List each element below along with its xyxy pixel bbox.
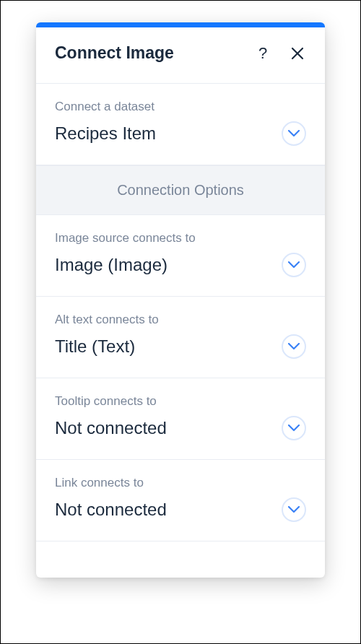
dataset-label: Connect a dataset [55, 100, 306, 114]
image-source-select[interactable]: Image (Image) [55, 253, 306, 277]
tooltip-label: Tooltip connects to [55, 394, 306, 409]
close-icon[interactable] [289, 45, 306, 62]
panel-title: Connect Image [55, 43, 254, 63]
chevron-down-icon [282, 497, 306, 522]
panel-header: Connect Image ? [36, 27, 325, 84]
tooltip-section: Tooltip connects to Not connected [36, 378, 325, 460]
bottom-spacer [36, 541, 325, 578]
dataset-section: Connect a dataset Recipes Item [36, 84, 325, 165]
image-source-label: Image source connects to [55, 231, 306, 245]
chevron-down-icon [282, 334, 306, 359]
dataset-value: Recipes Item [55, 123, 282, 144]
header-actions: ? [254, 45, 306, 62]
link-label: Link connects to [55, 476, 306, 490]
alt-text-select[interactable]: Title (Text) [55, 334, 306, 359]
image-source-value: Image (Image) [55, 255, 282, 276]
link-section: Link connects to Not connected [36, 460, 325, 541]
alt-text-value: Title (Text) [55, 336, 282, 357]
accent-bar [36, 22, 325, 27]
chevron-down-icon [282, 253, 306, 277]
help-icon[interactable]: ? [254, 45, 271, 62]
link-value: Not connected [55, 500, 282, 521]
tooltip-select[interactable]: Not connected [55, 416, 306, 440]
chevron-down-icon [282, 121, 306, 146]
connect-image-panel: Connect Image ? Connect a dataset Recipe… [36, 22, 325, 578]
chevron-down-icon [282, 416, 306, 440]
alt-text-label: Alt text connects to [55, 313, 306, 327]
tooltip-value: Not connected [55, 418, 282, 439]
dataset-select[interactable]: Recipes Item [55, 121, 306, 146]
alt-text-section: Alt text connects to Title (Text) [36, 297, 325, 378]
image-source-section: Image source connects to Image (Image) [36, 215, 325, 297]
connection-options-header: Connection Options [36, 165, 325, 215]
link-select[interactable]: Not connected [55, 497, 306, 522]
